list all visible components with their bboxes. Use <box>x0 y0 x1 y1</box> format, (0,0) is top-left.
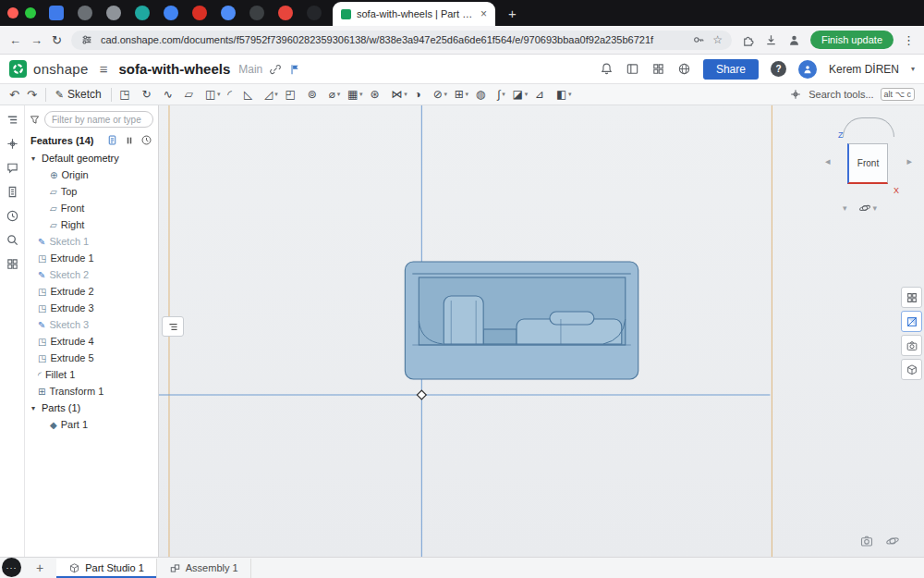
view-tool-button[interactable] <box>901 335 922 356</box>
tool-button[interactable]: ⊛ <box>367 85 388 104</box>
feature-tree-item[interactable]: ✎ Sketch 1 <box>25 233 158 250</box>
back-button[interactable]: ← <box>9 33 21 47</box>
view-tool-button[interactable] <box>901 359 922 380</box>
window-control-button[interactable] <box>7 7 18 18</box>
tree-chevron-icon[interactable]: ▾ <box>29 404 38 412</box>
tool-button[interactable]: ⋈ ▾ <box>388 85 411 104</box>
feature-tree-item[interactable]: ▱ Front <box>25 200 158 216</box>
tool-caret-icon[interactable]: ▾ <box>444 91 448 98</box>
suppress-icon[interactable] <box>124 135 135 146</box>
tool-button[interactable]: ◰ <box>282 85 304 104</box>
rail-button[interactable] <box>6 185 19 199</box>
tool-button[interactable]: ◫ ▾ <box>201 85 224 104</box>
tool-caret-icon[interactable]: ▾ <box>359 91 363 98</box>
onshape-wordmark[interactable]: onshape <box>33 61 89 77</box>
pinned-tab-icon[interactable] <box>78 6 92 20</box>
document-menu-icon[interactable]: ≡ <box>100 61 108 77</box>
tool-button[interactable]: ▱ <box>181 85 201 104</box>
globe-icon[interactable] <box>677 62 691 76</box>
help-button[interactable]: ? <box>771 61 786 77</box>
viewport-canvas[interactable] <box>159 105 924 558</box>
graphics-viewport[interactable]: Z Front X ◂ ▸ ▾ ▾ <box>159 105 924 558</box>
share-button[interactable]: Share <box>703 59 759 80</box>
user-menu-caret-icon[interactable]: ▾ <box>911 65 915 73</box>
tab-close-icon[interactable]: × <box>480 8 487 19</box>
rotate-right-arrow[interactable]: ▸ <box>906 155 912 167</box>
onshape-logo-icon[interactable] <box>9 60 27 78</box>
omnibox[interactable]: cad.onshape.com/documents/f57952f7396028… <box>71 31 732 50</box>
rotate-left-arrow[interactable]: ◂ <box>825 155 831 167</box>
tool-button[interactable]: ⊘ ▾ <box>430 85 451 104</box>
feature-tree-item[interactable]: ◳ Extrude 4 <box>25 333 158 350</box>
tool-caret-icon[interactable]: ▾ <box>274 91 278 98</box>
chat-widget-button[interactable]: ··· <box>2 558 21 577</box>
extensions-icon[interactable] <box>741 33 755 47</box>
tool-caret-icon[interactable]: ▾ <box>336 91 341 98</box>
pinned-tab-icon[interactable] <box>221 6 236 20</box>
doc-panel-icon[interactable] <box>626 62 639 76</box>
tool-caret-icon[interactable]: ▾ <box>216 91 221 98</box>
snap-crosshair-icon[interactable] <box>789 88 802 101</box>
tool-button[interactable]: ◧ ▾ <box>553 85 576 104</box>
tool-button[interactable]: ∿ <box>160 85 181 104</box>
tool-button[interactable]: ⊞ ▾ <box>451 85 472 104</box>
pinned-tab-icon[interactable] <box>135 6 150 20</box>
view-menu-button[interactable]: ▾ <box>858 202 878 215</box>
site-settings-icon[interactable] <box>80 33 93 46</box>
filter-input[interactable] <box>44 111 153 128</box>
add-element-button[interactable]: + <box>30 560 49 575</box>
tool-caret-icon[interactable]: ▾ <box>502 91 506 98</box>
window-control-button[interactable] <box>25 7 36 18</box>
tool-caret-icon[interactable]: ▾ <box>524 91 529 98</box>
tool-caret-icon[interactable]: ▾ <box>465 91 469 98</box>
pinned-tab-icon[interactable] <box>106 6 121 20</box>
feature-tree-item[interactable]: ◳ Extrude 1 <box>25 250 158 266</box>
feature-tree-item[interactable]: ◳ Extrude 3 <box>25 300 158 316</box>
redo-button[interactable]: ↷ <box>23 88 41 102</box>
feature-tree-item[interactable]: ⊞ Transform 1 <box>25 383 158 400</box>
feature-dialog-button[interactable] <box>162 316 184 337</box>
pinned-tab-icon[interactable] <box>307 6 322 20</box>
origin-marker[interactable] <box>417 390 426 400</box>
feature-tree-item[interactable]: ▾ Parts (1) <box>25 400 158 416</box>
forward-button[interactable]: → <box>30 33 43 47</box>
browser-menu-icon[interactable]: ⋮ <box>903 33 915 47</box>
user-avatar[interactable] <box>798 60 817 79</box>
view-cube-face[interactable]: Front <box>847 143 888 184</box>
tool-button[interactable]: ⌀ ▾ <box>325 85 344 104</box>
rail-button[interactable] <box>6 137 19 151</box>
url-text[interactable]: cad.onshape.com/documents/f57952f7396028… <box>101 34 685 45</box>
copy-link-icon[interactable] <box>269 63 282 76</box>
tool-button[interactable]: ⊚ <box>304 85 325 104</box>
insert-feature-icon[interactable] <box>106 134 118 146</box>
rail-button[interactable] <box>6 113 19 127</box>
feature-tree-item[interactable]: ✎ Sketch 2 <box>25 266 158 283</box>
pinned-tab-icon[interactable] <box>164 6 178 20</box>
new-tab-button[interactable]: + <box>508 6 517 21</box>
feature-tree-item[interactable]: ✎ Sketch 3 <box>25 316 158 333</box>
finish-update-button[interactable]: Finish update <box>810 31 894 49</box>
pinned-tab-icon[interactable] <box>249 6 264 20</box>
tool-caret-icon[interactable]: ▾ <box>403 91 407 98</box>
downloads-icon[interactable] <box>764 33 778 47</box>
filter-funnel-icon[interactable] <box>29 114 41 126</box>
element-tab[interactable]: Part Studio 1 <box>56 559 157 578</box>
tool-button[interactable]: ⊿ <box>531 85 553 104</box>
view-tool-button[interactable] <box>901 311 922 332</box>
rotate-down-arrow[interactable]: ▾ <box>843 203 847 213</box>
feature-tree-item[interactable]: ◆ Part 1 <box>25 416 158 433</box>
tool-button[interactable]: ◜ <box>225 85 241 104</box>
pinned-tab-icon[interactable] <box>192 6 207 20</box>
pinned-tab-icon[interactable] <box>278 6 293 20</box>
tool-button[interactable]: ◑ <box>411 85 430 104</box>
tool-button[interactable]: ↻ <box>139 85 160 104</box>
tool-button[interactable]: ▦ ▾ <box>345 85 367 104</box>
tool-button[interactable]: ◺ <box>240 85 261 104</box>
key-icon[interactable] <box>692 33 705 46</box>
undo-button[interactable]: ↶ <box>6 88 23 102</box>
workspace-label[interactable]: Main <box>238 63 262 76</box>
rail-button[interactable] <box>6 233 19 247</box>
element-tab[interactable]: Assembly 1 <box>157 559 251 578</box>
feature-tree-item[interactable]: ▱ Right <box>25 216 158 233</box>
versions-icon[interactable] <box>288 63 301 76</box>
